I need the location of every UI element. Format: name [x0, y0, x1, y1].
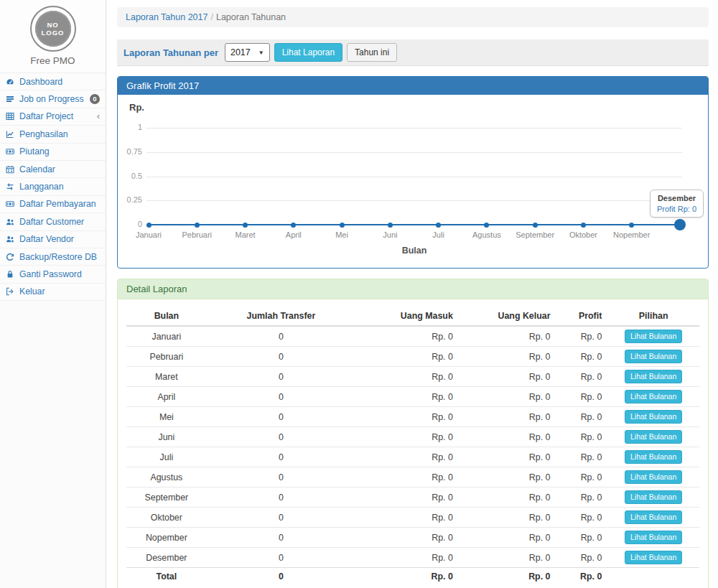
- x-tick-label: Januari: [123, 230, 174, 239]
- cell-bulan: Oktober: [126, 508, 207, 528]
- lihat-bulanan-button[interactable]: Lihat Bulanan: [625, 330, 682, 343]
- total-profit: Rp. 0: [556, 568, 607, 585]
- tahun-ini-button[interactable]: Tahun ini: [347, 43, 397, 62]
- users-icon: [5, 235, 15, 243]
- profit-line-chart: Rp. 10.750.50.250JanuariPebruariMaretApr…: [118, 95, 708, 268]
- sidebar-item-label: Calendar: [19, 164, 55, 174]
- lihat-bulanan-button[interactable]: Lihat Bulanan: [625, 370, 682, 383]
- gridline: [146, 200, 682, 201]
- cell-jumlah-transfer: 0: [207, 548, 355, 568]
- cell-uang-masuk: Rp. 0: [355, 487, 459, 508]
- sidebar-item-penghasilan[interactable]: Penghasilan: [0, 126, 106, 143]
- table-row-agustus: Agustus0Rp. 0Rp. 0Rp. 0Lihat Bulanan: [126, 467, 699, 487]
- detail-report-panel: Detail Laporan BulanJumlah TransferUang …: [117, 279, 709, 588]
- cell-pilihan: Lihat Bulanan: [607, 508, 699, 528]
- cell-profit: Rp. 0: [556, 367, 607, 387]
- data-point-pebruari[interactable]: [195, 223, 200, 228]
- cell-jumlah-transfer: 0: [207, 487, 355, 508]
- total-jumlah-transfer: 0: [207, 568, 355, 585]
- lock-icon: [5, 270, 15, 279]
- data-point-agustus[interactable]: [484, 223, 489, 228]
- cell-profit: Rp. 0: [556, 427, 607, 447]
- cell-pilihan: Lihat Bulanan: [607, 447, 699, 467]
- page: NO LOGO Free PMO DashboardJob on Progres…: [0, 0, 718, 588]
- sidebar-item-daftar-project[interactable]: Daftar Project‹: [0, 108, 106, 126]
- sidebar-item-daftar-pembayaran[interactable]: Daftar Pembayaran: [0, 196, 106, 213]
- sidebar-item-job-on-progress[interactable]: Job on Progress0: [0, 90, 106, 108]
- data-point-maret[interactable]: [243, 223, 248, 228]
- calendar-icon: [5, 165, 15, 174]
- cell-bulan: Mei: [126, 407, 207, 427]
- sidebar-item-label: Penghasilan: [19, 129, 68, 139]
- sidebar-item-langganan[interactable]: Langganan: [0, 178, 106, 195]
- total-empty-cell: [607, 568, 699, 585]
- cell-bulan: Juni: [126, 427, 207, 447]
- data-point-april[interactable]: [291, 223, 296, 228]
- cell-profit: Rp. 0: [556, 467, 607, 487]
- lihat-bulanan-button[interactable]: Lihat Bulanan: [625, 410, 682, 424]
- breadcrumb-link[interactable]: Laporan Tahun 2017: [126, 12, 208, 22]
- sidebar-item-ganti-password[interactable]: Ganti Password: [0, 266, 106, 283]
- cell-jumlah-transfer: 0: [207, 326, 355, 347]
- cell-bulan: Desember: [126, 548, 207, 568]
- data-point-juni[interactable]: [388, 223, 393, 228]
- lihat-laporan-button[interactable]: Lihat Laporan: [274, 43, 342, 62]
- table-row-september: September0Rp. 0Rp. 0Rp. 0Lihat Bulanan: [126, 487, 699, 508]
- sidebar-item-daftar-vendor[interactable]: Daftar Vendor: [0, 231, 106, 248]
- cell-jumlah-transfer: 0: [207, 407, 355, 427]
- lihat-bulanan-button[interactable]: Lihat Bulanan: [625, 450, 682, 464]
- lihat-bulanan-button[interactable]: Lihat Bulanan: [625, 390, 682, 403]
- total-uang-keluar: Rp. 0: [459, 568, 556, 585]
- sidebar-item-label: Piutang: [19, 146, 50, 157]
- cell-uang-masuk: Rp. 0: [355, 427, 459, 447]
- cell-bulan: Nopember: [126, 528, 207, 548]
- cell-uang-masuk: Rp. 0: [355, 347, 459, 367]
- x-tick-label: Pebruari: [171, 230, 223, 239]
- tooltip-value: Profit Rp: 0: [657, 205, 696, 213]
- data-point-oktober[interactable]: [581, 223, 586, 228]
- cell-profit: Rp. 0: [556, 407, 607, 427]
- data-point-desember[interactable]: [674, 219, 686, 230]
- lihat-bulanan-button[interactable]: Lihat Bulanan: [625, 531, 682, 544]
- sidebar-item-label: Daftar Pembayaran: [19, 199, 96, 209]
- cell-jumlah-transfer: 0: [207, 467, 355, 487]
- sidebar-item-dashboard[interactable]: Dashboard: [0, 73, 106, 90]
- report-controls-label: Laporan Tahunan per: [123, 47, 218, 58]
- data-point-juli[interactable]: [436, 223, 441, 228]
- detail-table: BulanJumlah TransferUang MasukUang Kelua…: [126, 307, 699, 585]
- lihat-bulanan-button[interactable]: Lihat Bulanan: [625, 350, 682, 363]
- cell-uang-masuk: Rp. 0: [355, 447, 459, 467]
- cell-pilihan: Lihat Bulanan: [607, 326, 699, 347]
- lihat-bulanan-button[interactable]: Lihat Bulanan: [625, 470, 682, 484]
- sidebar-item-label: Backup/Restore DB: [19, 252, 97, 262]
- data-point-mei[interactable]: [340, 223, 345, 228]
- data-point-nopember[interactable]: [629, 223, 634, 228]
- sidebar-item-daftar-customer[interactable]: Daftar Customer: [0, 213, 106, 230]
- lihat-bulanan-button[interactable]: Lihat Bulanan: [625, 551, 682, 564]
- cell-pilihan: Lihat Bulanan: [607, 367, 699, 387]
- lihat-bulanan-button[interactable]: Lihat Bulanan: [625, 490, 682, 504]
- lihat-bulanan-button[interactable]: Lihat Bulanan: [625, 510, 682, 524]
- cell-pilihan: Lihat Bulanan: [607, 548, 699, 568]
- lihat-bulanan-button[interactable]: Lihat Bulanan: [625, 430, 682, 444]
- cell-pilihan: Lihat Bulanan: [607, 407, 699, 427]
- x-tick-label: Juli: [413, 230, 465, 239]
- sidebar-item-calendar[interactable]: Calendar: [0, 161, 106, 178]
- cell-jumlah-transfer: 0: [207, 387, 355, 407]
- sidebar-item-piutang[interactable]: Piutang: [0, 144, 106, 161]
- cell-uang-masuk: Rp. 0: [355, 548, 459, 568]
- sign-out-icon: [5, 287, 15, 296]
- column-header-uang-masuk: Uang Masuk: [355, 307, 459, 326]
- cell-uang-keluar: Rp. 0: [459, 347, 556, 367]
- sidebar-item-backup-restore-db[interactable]: Backup/Restore DB: [0, 248, 106, 266]
- sidebar-item-label: Keluar: [19, 286, 45, 297]
- data-point-januari[interactable]: [146, 223, 151, 228]
- no-logo-badge: NO LOGO: [35, 11, 71, 47]
- year-select[interactable]: 2017 ▼: [225, 43, 270, 62]
- cell-profit: Rp. 0: [556, 447, 607, 467]
- report-controls: Laporan Tahunan per 2017 ▼ Lihat Laporan…: [117, 39, 709, 66]
- data-point-september[interactable]: [533, 223, 538, 228]
- y-tick-label: 0.75: [118, 147, 142, 156]
- cell-profit: Rp. 0: [556, 548, 607, 568]
- sidebar-item-keluar[interactable]: Keluar: [0, 284, 106, 301]
